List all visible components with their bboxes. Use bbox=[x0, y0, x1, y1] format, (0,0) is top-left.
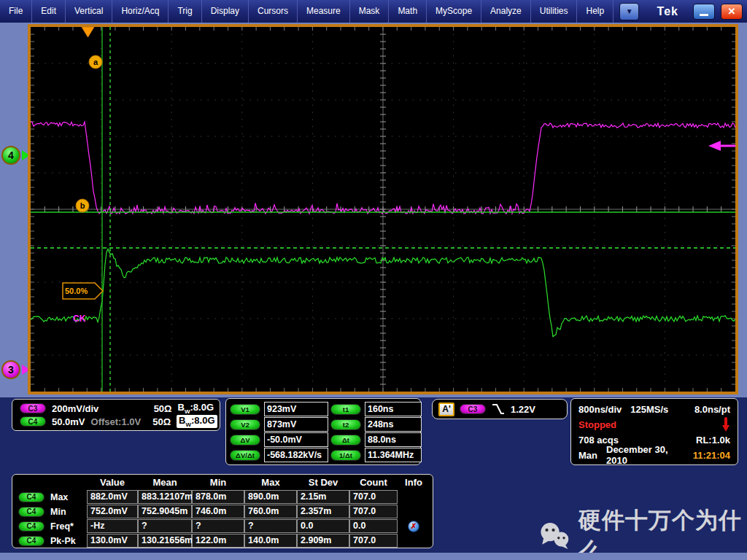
row-channel-badge[interactable]: C4 bbox=[18, 536, 44, 546]
trigger-source-badge[interactable]: C3 bbox=[460, 404, 486, 414]
channel3-scale: 200mV/div bbox=[52, 403, 98, 414]
menu-item-horiz-acq[interactable]: Horiz/Acq bbox=[112, 0, 169, 23]
minimize-button[interactable] bbox=[693, 4, 715, 20]
cell-min: 122.0m bbox=[192, 534, 244, 548]
channel3-position-marker[interactable]: 3 bbox=[1, 360, 30, 379]
row-channel-badge[interactable]: C4 bbox=[18, 507, 44, 517]
cell-max: ? bbox=[244, 519, 297, 533]
measurement-name: Min bbox=[50, 507, 66, 517]
measurement-row-min: C4Min 752.0mV 752.9045m 746.0m 760.0m 2.… bbox=[14, 505, 431, 518]
cell-value: 752.0mV bbox=[87, 505, 138, 518]
header-info: Info bbox=[398, 476, 430, 489]
cell-min: 878.0m bbox=[192, 490, 244, 504]
menu-item-cursors[interactable]: Cursors bbox=[249, 0, 298, 23]
row-channel-badge[interactable]: C4 bbox=[18, 521, 44, 532]
cursor-v2-badge[interactable]: V2 bbox=[230, 419, 260, 430]
readout-area: C3 200mV/div 50Ω BW:8.0G C4 50.0mV Offse… bbox=[0, 397, 747, 560]
cell-info bbox=[398, 505, 430, 518]
cell-max: 760.0m bbox=[244, 505, 297, 518]
header-min: Min bbox=[192, 476, 244, 489]
cursor-dv-badge[interactable]: ΔV bbox=[230, 435, 260, 446]
horizontal-scale: 800ns/div bbox=[578, 404, 622, 415]
menu-item-myscope[interactable]: MyScope bbox=[427, 0, 481, 23]
cell-value: 130.0mV bbox=[87, 534, 138, 548]
menu-dropdown-button[interactable]: ▼ bbox=[619, 3, 639, 20]
menu-item-vertical[interactable]: Vertical bbox=[66, 0, 112, 23]
cell-mean: 752.9045m bbox=[138, 505, 192, 518]
menu-item-mask[interactable]: Mask bbox=[350, 0, 390, 23]
trigger-position-icon[interactable] bbox=[82, 27, 94, 37]
header-max: Max bbox=[244, 476, 297, 489]
cursor-v2-value: 873mV bbox=[264, 417, 328, 432]
menu-item-analyze[interactable]: Analyze bbox=[481, 0, 531, 23]
cell-min: ? bbox=[192, 519, 244, 533]
watermark-text: 硬件十万个为什么 bbox=[578, 505, 747, 560]
menu-item-measure[interactable]: Measure bbox=[298, 0, 350, 23]
cell-value: 882.0mV bbox=[87, 490, 138, 504]
trigger-level-value: 1.22V bbox=[511, 404, 535, 415]
cursor-dvdt-badge[interactable]: ΔV/Δt bbox=[230, 450, 260, 461]
channel3-bandwidth: BW:8.0G bbox=[178, 402, 214, 415]
sample-rate: 125MS/s bbox=[630, 404, 668, 415]
cell-value: -Hz bbox=[87, 519, 138, 533]
waveform-canvas: a b 50.0% CK bbox=[31, 27, 735, 392]
menu-item-trig[interactable]: Trig bbox=[169, 0, 201, 23]
channel4-impedance: 50Ω bbox=[152, 416, 171, 427]
oscilloscope-app: File Edit Vertical Horiz/Acq Trig Displa… bbox=[0, 0, 747, 560]
header-stdev: St Dev bbox=[297, 476, 349, 489]
cursor-dvdt-value: -568.182kV/s bbox=[264, 448, 328, 462]
channel4-readout: C4 50.0mV Offset:1.0V 50Ω BW:8.0G bbox=[20, 415, 214, 428]
graticule: a b 50.0% CK bbox=[28, 24, 738, 394]
cursor-readout-panel: V1 923mV t1 160ns V2 873mV t2 248ns ΔV -… bbox=[225, 398, 421, 465]
menu-item-help[interactable]: Help bbox=[577, 0, 614, 23]
measurement-row-max: C4Max 882.0mV 883.12107m 878.0m 890.0m 2… bbox=[14, 490, 431, 504]
measurement-warning-icon: ✗ bbox=[408, 521, 419, 532]
cell-stdev: 2.909m bbox=[297, 534, 349, 548]
header-value: Value bbox=[87, 476, 138, 489]
close-button[interactable]: ✕ bbox=[721, 4, 743, 20]
header-mean: Mean bbox=[138, 476, 192, 489]
menu-item-display[interactable]: Display bbox=[202, 0, 249, 23]
trigger-level-flag-label: 50.0% bbox=[65, 287, 88, 295]
chevron-down-icon: ▼ bbox=[626, 7, 633, 15]
trigger-mode: Man bbox=[578, 450, 597, 461]
channel3-badge[interactable]: C3 bbox=[20, 403, 46, 413]
cell-max: 140.0m bbox=[244, 534, 297, 548]
channel3-impedance: 50Ω bbox=[154, 403, 172, 414]
sample-resolution: 8.0ns/pt bbox=[694, 404, 730, 415]
cursor-t1-badge[interactable]: t1 bbox=[330, 404, 361, 415]
channel3-readout: C3 200mV/div 50Ω BW:8.0G bbox=[20, 402, 214, 415]
waveform-label-ck: CK bbox=[73, 314, 86, 324]
header-count: Count bbox=[349, 476, 398, 489]
acquisition-status: Stopped bbox=[578, 419, 616, 430]
cursor-a-label: a bbox=[93, 58, 98, 66]
channel4-position-marker[interactable]: 4 bbox=[1, 146, 30, 165]
watermark: 硬件十万个为什么 bbox=[537, 505, 747, 560]
channel4-badge[interactable]: C4 bbox=[20, 416, 46, 427]
time-display: 11:21:04 bbox=[693, 450, 730, 461]
cell-stdev: 2.15m bbox=[297, 490, 349, 504]
falling-edge-icon bbox=[491, 402, 506, 416]
cursor-dt-badge[interactable]: Δt bbox=[330, 435, 361, 446]
channel4-scale: 50.0mV bbox=[52, 416, 85, 427]
channel4-offset: Offset:1.0V bbox=[91, 416, 142, 427]
cell-mean: 130.21656m bbox=[138, 534, 192, 548]
cursor-dt-value: 88.0ns bbox=[365, 432, 422, 447]
cell-stdev: 2.357m bbox=[297, 505, 349, 518]
cell-mean: 883.12107m bbox=[138, 490, 192, 504]
measurement-name: Freq* bbox=[50, 521, 74, 532]
menu-item-file[interactable]: File bbox=[0, 0, 32, 23]
cell-count: 707.0 bbox=[349, 534, 398, 548]
measurement-header-row: Value Mean Min Max St Dev Count Info bbox=[14, 476, 431, 489]
menu-item-math[interactable]: Math bbox=[389, 0, 427, 23]
row-channel-badge[interactable]: C4 bbox=[18, 492, 44, 502]
menu-item-utilities[interactable]: Utilities bbox=[531, 0, 578, 23]
trigger-a-badge[interactable]: A' bbox=[438, 402, 454, 416]
cursor-1dt-badge[interactable]: 1/Δt bbox=[330, 450, 361, 461]
trigger-level-arrow-icon[interactable] bbox=[708, 141, 721, 151]
cursor-v1-badge[interactable]: V1 bbox=[230, 404, 260, 415]
measurement-name: Max bbox=[50, 492, 68, 502]
cursor-t2-badge[interactable]: t2 bbox=[330, 419, 361, 430]
wechat-icon bbox=[537, 520, 571, 552]
menu-item-edit[interactable]: Edit bbox=[32, 0, 66, 23]
